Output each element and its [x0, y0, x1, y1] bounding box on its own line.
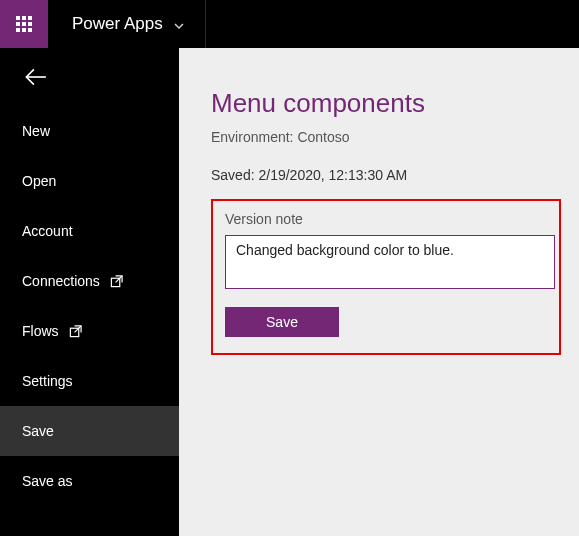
- sidebar-item-new[interactable]: New: [0, 106, 179, 156]
- sidebar-item-label: Save: [22, 423, 54, 439]
- version-note-label: Version note: [225, 211, 537, 227]
- content-pane: Menu components Environment: Contoso Sav…: [179, 48, 579, 536]
- sidebar-item-flows[interactable]: Flows: [0, 306, 179, 356]
- sidebar-item-label: Save as: [22, 473, 73, 489]
- environment-label: Environment:: [211, 129, 297, 145]
- sidebar-item-save[interactable]: Save: [0, 406, 179, 456]
- save-button[interactable]: Save: [225, 307, 339, 337]
- svg-line-13: [74, 325, 81, 332]
- sidebar-item-label: New: [22, 123, 50, 139]
- sidebar-item-label: Open: [22, 173, 56, 189]
- app-brand[interactable]: Power Apps: [48, 0, 206, 48]
- sidebar-item-save-as[interactable]: Save as: [0, 456, 179, 506]
- svg-rect-5: [28, 22, 32, 26]
- sidebar-item-label: Settings: [22, 373, 73, 389]
- svg-rect-7: [22, 28, 26, 32]
- saved-timestamp: 2/19/2020, 12:13:30 AM: [258, 167, 407, 183]
- sidebar-item-label: Connections: [22, 273, 100, 289]
- version-note-section: Version note Save: [211, 199, 561, 355]
- back-button[interactable]: [0, 48, 179, 106]
- external-link-icon: [110, 275, 123, 288]
- sidebar-item-account[interactable]: Account: [0, 206, 179, 256]
- svg-line-11: [115, 275, 122, 282]
- saved-line: Saved: 2/19/2020, 12:13:30 AM: [211, 167, 579, 183]
- svg-rect-2: [28, 16, 32, 20]
- svg-rect-1: [22, 16, 26, 20]
- sidebar-item-connections[interactable]: Connections: [0, 256, 179, 306]
- app-launcher-button[interactable]: [0, 0, 48, 48]
- svg-rect-6: [16, 28, 20, 32]
- svg-rect-4: [22, 22, 26, 26]
- external-link-icon: [69, 325, 82, 338]
- version-note-input[interactable]: [225, 235, 555, 289]
- sidebar-nav: New Open Account Connections Flows: [0, 48, 179, 536]
- svg-rect-0: [16, 16, 20, 20]
- chevron-down-icon: [173, 18, 185, 30]
- environment-line: Environment: Contoso: [211, 129, 579, 145]
- page-title: Menu components: [211, 88, 579, 119]
- svg-rect-8: [28, 28, 32, 32]
- app-header: Power Apps: [0, 0, 579, 48]
- sidebar-item-label: Account: [22, 223, 73, 239]
- sidebar-item-open[interactable]: Open: [0, 156, 179, 206]
- environment-value: Contoso: [297, 129, 349, 145]
- sidebar-item-label: Flows: [22, 323, 59, 339]
- sidebar-item-settings[interactable]: Settings: [0, 356, 179, 406]
- waffle-icon: [16, 16, 32, 32]
- back-arrow-icon: [22, 64, 48, 90]
- svg-rect-3: [16, 22, 20, 26]
- app-name: Power Apps: [72, 14, 163, 34]
- saved-label: Saved:: [211, 167, 258, 183]
